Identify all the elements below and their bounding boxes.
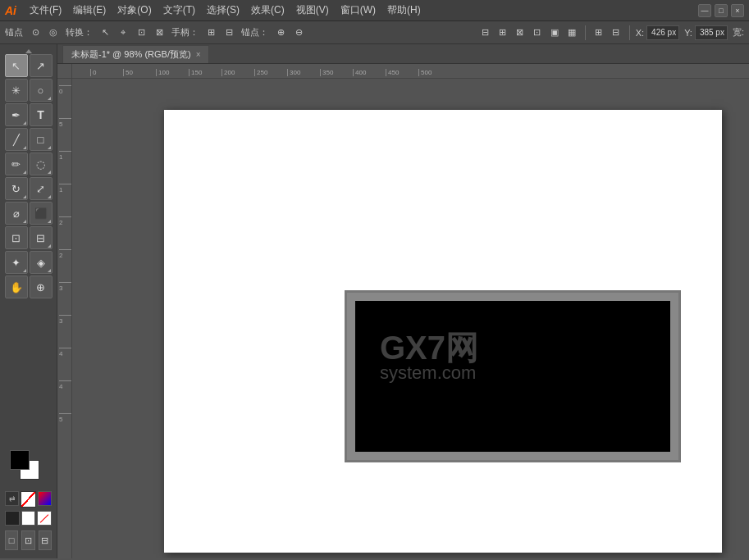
- handle-icon-1[interactable]: ⊞: [203, 25, 218, 40]
- y-label: Y:: [684, 28, 692, 38]
- ruler-mark-v: 4: [59, 380, 71, 413]
- align-center-h[interactable]: ⊞: [496, 25, 510, 40]
- tab-bar: 未标题-1* @ 98% (RGB/预览) ×: [57, 44, 749, 64]
- anchor-icon-1[interactable]: ⊙: [28, 25, 43, 40]
- pen-tool[interactable]: ✒: [5, 103, 28, 126]
- distribute-v[interactable]: ⊟: [609, 25, 623, 40]
- lasso-tool[interactable]: ○: [30, 79, 53, 102]
- draw-mode-inside[interactable]: ⊟: [39, 530, 52, 550]
- anchor2-icons: ⊕ ⊖: [273, 25, 306, 40]
- artboard: GX7网 system.com: [164, 110, 722, 553]
- none-color-swatch[interactable]: [21, 491, 36, 508]
- tool-row-5: ✏ ◌: [0, 153, 57, 175]
- width-label: 宽:: [733, 26, 744, 39]
- rotate-tool[interactable]: ↻: [5, 177, 28, 200]
- rect-tool[interactable]: □: [30, 128, 53, 151]
- x-label: X:: [636, 28, 644, 38]
- align-center-v[interactable]: ▣: [547, 25, 562, 40]
- tool-row-8: ⊡ ⊟: [0, 226, 57, 249]
- menu-window[interactable]: 窗口(W): [336, 2, 381, 19]
- tab-close-button[interactable]: ×: [196, 50, 201, 59]
- magic-wand-tool[interactable]: ✳: [5, 79, 28, 102]
- window-minimize[interactable]: —: [698, 4, 711, 17]
- graph-tool[interactable]: ⬛: [30, 202, 53, 225]
- foreground-color-swatch[interactable]: [10, 450, 30, 470]
- none-swatch[interactable]: [37, 511, 52, 526]
- line-tool[interactable]: ╱: [5, 128, 28, 151]
- convert-icon-1[interactable]: ↖: [98, 25, 112, 40]
- draw-mode-behind[interactable]: ⊡: [21, 530, 34, 550]
- ruler-mark: 500: [418, 69, 451, 76]
- tool-row-9: ✦ ◈: [0, 251, 57, 274]
- swap-colors-icon[interactable]: ⇄: [5, 491, 19, 506]
- y-input[interactable]: [695, 25, 728, 40]
- menu-help[interactable]: 帮助(H): [382, 2, 426, 19]
- convert-icon-2[interactable]: ⌖: [116, 25, 130, 40]
- direct-selection-tool[interactable]: ↗: [30, 54, 53, 77]
- gradient-swatch[interactable]: [38, 491, 52, 506]
- draw-mode-normal[interactable]: □: [5, 530, 18, 550]
- tool-row-3: ✒ T: [0, 103, 57, 126]
- handle-icons: ⊞ ⊟: [203, 25, 236, 40]
- white-swatch[interactable]: [21, 511, 36, 526]
- warp-tool[interactable]: ⌀: [5, 202, 28, 225]
- text-tool[interactable]: T: [30, 103, 53, 126]
- ruler-mark-v: 1: [59, 184, 71, 216]
- tab-title: 未标题-1* @ 98% (RGB/预览): [71, 48, 191, 61]
- align-right[interactable]: ⊠: [513, 25, 527, 40]
- selection-tool[interactable]: ↖: [5, 54, 28, 77]
- zoom-tool[interactable]: ⊕: [30, 275, 53, 298]
- document-tab[interactable]: 未标题-1* @ 98% (RGB/预览) ×: [62, 45, 209, 63]
- scale-tool[interactable]: ⤢: [30, 177, 53, 200]
- menu-file[interactable]: 文件(F): [25, 2, 66, 19]
- handle-label: 手柄：: [171, 26, 199, 39]
- artboard-tool[interactable]: ⊡: [5, 226, 28, 249]
- control-bar: 锚点 ⊙ ◎ 转换： ↖ ⌖ ⊡ ⊠ 手柄： ⊞ ⊟ 锚点： ⊕ ⊖ ⊟ ⊞ ⊠…: [0, 21, 749, 44]
- x-input[interactable]: [646, 25, 679, 40]
- hand-tool[interactable]: ✋: [5, 275, 28, 298]
- watermark-text1: GX7网: [380, 326, 478, 371]
- menu-edit[interactable]: 编辑(E): [68, 2, 111, 19]
- monitor-body[interactable]: GX7网 system.com: [345, 290, 681, 462]
- menu-view[interactable]: 视图(V): [291, 2, 334, 19]
- menu-select[interactable]: 选择(S): [202, 2, 244, 19]
- anchor2-icon-2[interactable]: ⊖: [291, 25, 306, 40]
- ruler-mark: 300: [287, 69, 320, 76]
- window-maximize[interactable]: □: [715, 4, 728, 17]
- anchor-label: 锚点: [5, 26, 23, 39]
- ruler-mark: 0: [90, 69, 123, 76]
- eraser-tool[interactable]: ◌: [30, 153, 53, 175]
- menu-object[interactable]: 对象(O): [112, 2, 156, 19]
- monitor-group: GX7网 system.com: [345, 290, 681, 462]
- anchor2-icon-1[interactable]: ⊕: [273, 25, 288, 40]
- align-top[interactable]: ⊡: [530, 25, 545, 40]
- eyedropper-tool[interactable]: ✦: [5, 251, 28, 274]
- ruler-mark-v: 5: [59, 118, 71, 151]
- distribute-h[interactable]: ⊞: [591, 25, 606, 40]
- ruler-mark-v: 3: [59, 315, 71, 348]
- canvas-area: 未标题-1* @ 98% (RGB/预览) × 0 50 100 150 200…: [57, 44, 749, 558]
- main-area: ↖ ↗ ✳ ○ ✒ T ╱ □ ✏ ◌ ↻ ⤢ ⌀ ⬛ ⊡ ⊟: [0, 44, 749, 558]
- slice-tool[interactable]: ⊟: [30, 226, 53, 249]
- convert-icon-3[interactable]: ⊡: [134, 25, 148, 40]
- menu-effect[interactable]: 效果(C): [246, 2, 290, 19]
- tool-row-7: ⌀ ⬛: [0, 202, 57, 225]
- ruler-mark-v: 4: [59, 348, 71, 380]
- ruler-left: 0 5 1 1 2 2 3 3 4 4 5: [57, 79, 72, 558]
- tool-row-6: ↻ ⤢: [0, 177, 57, 200]
- monitor-screen[interactable]: GX7网 system.com: [355, 301, 670, 452]
- align-bottom[interactable]: ▦: [564, 25, 579, 40]
- blend-tool[interactable]: ◈: [30, 251, 53, 274]
- anchor-icon-2[interactable]: ◎: [46, 25, 61, 40]
- color-swatches: [10, 450, 48, 488]
- tool-row-1: ↖ ↗: [0, 54, 57, 77]
- align-left[interactable]: ⊟: [478, 25, 493, 40]
- black-swatch[interactable]: [5, 511, 20, 526]
- window-close[interactable]: ×: [731, 4, 744, 17]
- convert-icon-4[interactable]: ⊠: [152, 25, 167, 40]
- handle-icon-2[interactable]: ⊟: [222, 25, 236, 40]
- menu-text[interactable]: 文字(T): [158, 2, 200, 19]
- ruler-mark: 450: [386, 69, 418, 76]
- extra-color-swatches: ⇄: [5, 491, 52, 508]
- pencil-tool[interactable]: ✏: [5, 153, 28, 175]
